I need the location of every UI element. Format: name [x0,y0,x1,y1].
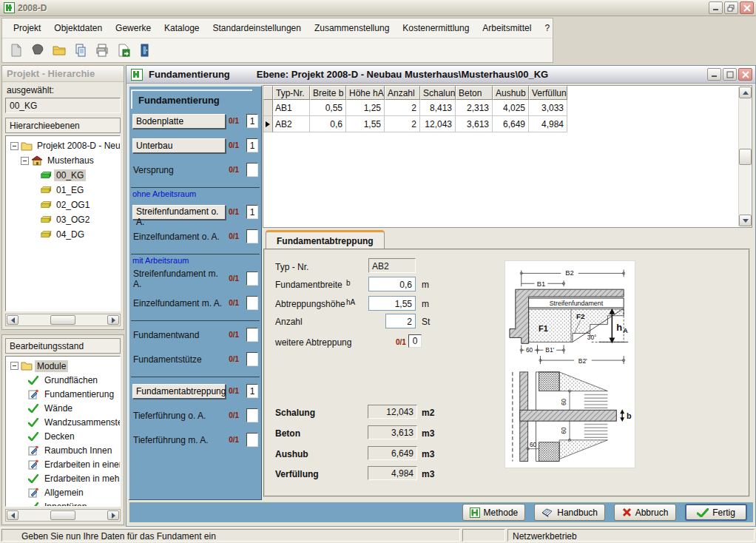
module-state-row[interactable]: Grundflächen [7,373,120,387]
tree-node-building[interactable]: Musterhaus [7,153,120,168]
menu-standardeinstellungen[interactable]: Standardeinstellungen [206,20,307,36]
new-document-button[interactable] [7,41,26,60]
module-item-einzelfundament-oa[interactable]: Einzelfundament o. A. [132,232,226,242]
module-item-fundamentwand[interactable]: Fundamentwand [132,330,226,340]
module-item-streifenfundament-ma[interactable]: Streifenfundament m. A. [132,269,226,289]
minimize-button[interactable] [709,1,723,14]
anzahl-input[interactable]: 2 [385,314,416,328]
table-cell[interactable]: 0,55 [310,100,346,116]
column-header[interactable]: Beton [456,86,493,100]
tree-node-level[interactable]: 00_KG [7,168,120,183]
menu-zusammenstellung[interactable]: Zusammenstellung [308,20,396,36]
fertig-button[interactable]: Fertig [685,504,747,521]
count-input[interactable] [246,408,258,422]
scroll-thumb[interactable] [50,510,75,520]
abbruch-button[interactable]: Abbruch [614,504,676,521]
scroll-thumb[interactable] [739,149,752,165]
table-cell[interactable]: 3,033 [529,100,567,116]
module-state-row[interactable]: Raumbuch Innen [7,443,120,457]
collapse-icon[interactable] [10,362,18,370]
table-cell[interactable]: 4,025 [493,100,529,116]
table-cell[interactable]: 1,55 [346,116,385,132]
module-item-versprung[interactable]: Versprung [132,165,226,175]
menu-objektdaten[interactable]: Objektdaten [47,20,109,36]
handbuch-button[interactable]: Handbuch [534,504,605,521]
column-header[interactable]: Typ-Nr. [273,86,310,100]
menu-gewerke[interactable]: Gewerke [109,20,158,36]
table-cell[interactable]: 6,649 [493,116,529,132]
open-project-button[interactable] [28,41,47,60]
column-header[interactable]: Schalung [420,86,456,100]
menu-help[interactable]: ? [538,20,556,36]
tree-node-level[interactable]: 01_EG [7,183,120,198]
scroll-left-button[interactable] [7,315,18,325]
tree-node-level[interactable]: 04_DG [7,227,120,242]
table-cell[interactable]: AB2 [273,116,310,132]
weitere-abtreppung-input[interactable]: 0 [408,334,422,348]
module-item-tieferfuehrung-ma[interactable]: Tieferführung m. A. [132,435,226,445]
count-input[interactable]: 1 [246,138,258,152]
scroll-thumb[interactable] [50,315,75,325]
row-selector[interactable] [263,100,273,116]
collapse-icon[interactable] [21,157,29,165]
tree-node-level[interactable]: 03_OG2 [7,212,120,227]
fundamentbreite-input[interactable]: 0,6 [368,277,416,291]
count-input[interactable]: 1 [246,384,258,398]
progress-hscrollbar[interactable] [5,509,121,522]
module-item-einzelfundament-ma[interactable]: Einzelfundament m. A. [132,298,226,308]
table-cell[interactable]: 12,043 [420,116,456,132]
scroll-up-button[interactable] [739,87,752,98]
module-item-fundamentabtreppung[interactable]: Fundamentabtreppung [132,384,226,399]
module-item-streifenfundament-oa[interactable]: Streifenfundament o. A. [132,205,226,220]
count-input[interactable] [246,163,258,177]
module-state-row[interactable]: Erdarbeiten in mehre [7,471,120,485]
tree-node-level[interactable]: 02_OG1 [7,198,120,212]
column-header[interactable]: Höhe hA [346,86,385,100]
methode-button[interactable]: Methode [462,504,526,521]
menu-projekt[interactable]: Projekt [7,20,47,36]
collapse-icon[interactable] [10,142,18,150]
column-header[interactable]: Verfüllung [529,86,567,100]
module-state-row[interactable]: Fundamentierung [7,387,120,401]
copy-button[interactable] [71,41,90,60]
module-state-row[interactable]: Allgemein [7,485,120,499]
count-input[interactable] [246,352,258,366]
table-cell[interactable]: 4,984 [529,116,567,132]
count-input[interactable]: 1 [246,114,258,128]
tree-node-project[interactable]: Projekt 2008-D - Neubau [7,138,120,153]
column-header[interactable]: Aushub [493,86,529,100]
column-header[interactable]: Breite b [310,86,346,100]
table-vscrollbar[interactable] [738,87,751,226]
restore-button[interactable] [724,1,738,14]
tree-node-module-root[interactable]: Module [7,359,120,373]
scroll-down-button[interactable] [739,215,752,226]
module-state-row[interactable]: Erdarbeiten in einer [7,457,120,471]
menu-arbeitsmittel[interactable]: Arbeitsmittel [476,20,538,36]
print-button[interactable] [92,41,112,60]
table-cell[interactable]: 8,413 [420,100,456,116]
module-state-row[interactable]: Wandzusammenste [7,415,120,429]
table-cell[interactable]: 2,313 [456,100,493,116]
inner-close-button[interactable] [738,68,752,81]
scroll-left-button[interactable] [7,510,18,520]
module-item-tieferfuehrung-oa[interactable]: Tieferführung o. A. [132,411,226,421]
module-item-unterbau[interactable]: Unterbau [132,138,226,153]
menu-kataloge[interactable]: Kataloge [158,20,206,36]
table-cell[interactable]: 3,613 [456,116,493,132]
scroll-right-button[interactable] [107,315,119,325]
module-state-row[interactable]: Innentüren [7,499,120,507]
row-selector-active[interactable] [263,116,273,132]
count-input[interactable] [246,328,258,342]
count-input[interactable] [246,272,258,286]
count-input[interactable] [246,433,258,447]
export-document-button[interactable] [114,41,133,60]
module-item-bodenplatte[interactable]: Bodenplatte [132,114,226,129]
menu-kostenermittlung[interactable]: Kostenermittlung [396,20,476,36]
count-input[interactable]: 1 [246,205,258,219]
column-header[interactable]: Anzahl [385,86,420,100]
hierarchy-hscrollbar[interactable] [5,314,121,326]
inner-maximize-button[interactable] [723,68,737,81]
tab-fundamentabtreppung[interactable]: Fundamentabtreppung [266,230,385,249]
exit-door-button[interactable] [135,41,155,60]
count-input[interactable] [246,296,258,310]
